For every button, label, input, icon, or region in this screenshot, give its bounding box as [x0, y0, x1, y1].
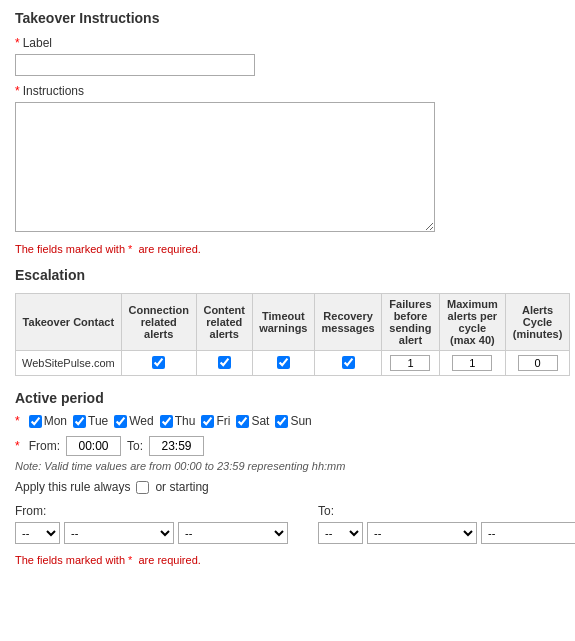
time-note: Note: Valid time values are from 00:00 t…: [15, 460, 560, 472]
connection-checkbox[interactable]: [152, 356, 165, 369]
apply-label: Apply this rule always: [15, 480, 130, 494]
takeover-instructions-title: Takeover Instructions: [15, 10, 560, 26]
label-input[interactable]: [15, 54, 255, 76]
to-group: To: -- -- --: [318, 504, 575, 544]
to-section-label: To:: [318, 504, 575, 518]
takeover-required-note: The fields marked with * are required.: [15, 243, 560, 255]
from-to-section: From: -- -- -- To: -- -- --: [15, 504, 560, 544]
col-connection: Connection related alerts: [121, 294, 196, 351]
from-label: From:: [29, 439, 60, 453]
max-alerts-input[interactable]: [452, 355, 492, 371]
table-row: WebSitePulse.com: [16, 351, 570, 376]
connection-cell: [121, 351, 196, 376]
or-starting-label: or starting: [155, 480, 208, 494]
recovery-cell: [314, 351, 381, 376]
apply-always-checkbox[interactable]: [136, 481, 149, 494]
failures-input[interactable]: [390, 355, 430, 371]
time-row: * From: To:: [15, 436, 560, 456]
to-selects: -- -- --: [318, 522, 575, 544]
failures-cell: [382, 351, 439, 376]
thu-checkbox[interactable]: [160, 415, 173, 428]
max-alerts-cell: [439, 351, 505, 376]
instructions-field: *Instructions: [15, 84, 560, 235]
instructions-required-star: *: [15, 84, 20, 98]
to-select-2[interactable]: --: [367, 522, 477, 544]
escalation-title: Escalation: [15, 267, 560, 283]
from-select-3[interactable]: --: [178, 522, 288, 544]
day-sat: Sat: [236, 414, 269, 428]
sat-checkbox[interactable]: [236, 415, 249, 428]
wed-checkbox[interactable]: [114, 415, 127, 428]
content-checkbox[interactable]: [218, 356, 231, 369]
sun-checkbox[interactable]: [275, 415, 288, 428]
col-failures: Failures before sending alert: [382, 294, 439, 351]
instructions-field-label: *Instructions: [15, 84, 560, 98]
day-sun: Sun: [275, 414, 311, 428]
cycle-input[interactable]: [518, 355, 558, 371]
col-content: Content related alerts: [196, 294, 252, 351]
time-required-star: *: [15, 439, 20, 453]
from-select-1[interactable]: --: [15, 522, 60, 544]
days-required-star: *: [15, 414, 20, 428]
recovery-checkbox[interactable]: [342, 356, 355, 369]
from-select-2[interactable]: --: [64, 522, 174, 544]
timeout-checkbox[interactable]: [277, 356, 290, 369]
label-required-star: *: [15, 36, 20, 50]
instructions-textarea[interactable]: [15, 102, 435, 232]
col-takeover-contact: Takeover Contact: [16, 294, 122, 351]
to-select-1[interactable]: --: [318, 522, 363, 544]
tue-checkbox[interactable]: [73, 415, 86, 428]
from-section-label: From:: [15, 504, 288, 518]
day-thu: Thu: [160, 414, 196, 428]
label-field: *Label: [15, 36, 560, 76]
day-mon: Mon: [29, 414, 67, 428]
from-time-input[interactable]: [66, 436, 121, 456]
col-cycle: Alerts Cycle (minutes): [506, 294, 570, 351]
to-label: To:: [127, 439, 143, 453]
days-row: * Mon Tue Wed Thu Fri Sat Sun: [15, 414, 560, 428]
day-wed: Wed: [114, 414, 153, 428]
cycle-cell: [506, 351, 570, 376]
from-selects: -- -- --: [15, 522, 288, 544]
escalation-table: Takeover Contact Connection related aler…: [15, 293, 570, 376]
to-select-3[interactable]: --: [481, 522, 575, 544]
fri-checkbox[interactable]: [201, 415, 214, 428]
from-group: From: -- -- --: [15, 504, 288, 544]
day-tue: Tue: [73, 414, 108, 428]
apply-row: Apply this rule always or starting: [15, 480, 560, 494]
timeout-cell: [252, 351, 314, 376]
col-recovery: Recovery messages: [314, 294, 381, 351]
active-period-title: Active period: [15, 390, 560, 406]
content-cell: [196, 351, 252, 376]
active-period-required-note: The fields marked with * are required.: [15, 554, 560, 566]
mon-checkbox[interactable]: [29, 415, 42, 428]
to-time-input[interactable]: [149, 436, 204, 456]
label-field-label: *Label: [15, 36, 560, 50]
day-fri: Fri: [201, 414, 230, 428]
contact-name: WebSitePulse.com: [16, 351, 122, 376]
col-timeout: Timeout warnings: [252, 294, 314, 351]
col-max-alerts: Maximum alerts per cycle (max 40): [439, 294, 505, 351]
